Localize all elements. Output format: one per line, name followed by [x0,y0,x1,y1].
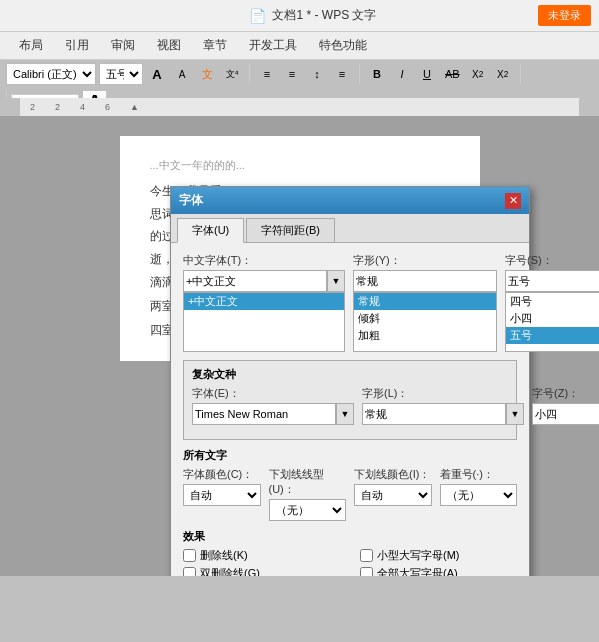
doc-container: ...中文一年的的的... 今生，我是爱 思词，在婉约清丽 的过往，彼此那么 逝… [0,116,599,576]
complex-section-title: 复杂文种 [192,367,508,382]
font-color-select[interactable]: 自动 [183,484,261,506]
size-list[interactable]: 四号 小四 五号 [505,292,599,352]
style-format-group: B I U AB X2 X2 [366,63,514,85]
dialog-tabs: 字体(U) 字符间距(B) [171,214,529,243]
sep1 [249,64,250,84]
chinese-font-list[interactable]: +中文正文 [183,292,345,352]
double-strike-checkbox[interactable] [183,567,196,576]
chinese-font-dropdown[interactable]: ▼ [327,270,345,292]
size-input-row [505,270,599,292]
title-bar: 📄 文档1 * - WPS 文字 未登录 [0,0,599,32]
underline-button[interactable]: U [416,63,438,85]
tab-view[interactable]: 视图 [146,32,192,59]
alltext-title: 所有文字 [183,448,517,463]
ribbon-toolbar: Calibri (正文) 五号 A A 文 文⁴ ≡ ≡ ↕ ≡ B I U A… [0,60,599,98]
chinese-font-input[interactable] [183,270,327,292]
strikethrough-button[interactable]: AB [441,63,464,85]
font-dialog: 字体 ✕ 字体(U) 字符间距(B) 中文字体(T)： ▼ +中文正文 [170,186,530,576]
tab-review[interactable]: 审阅 [100,32,146,59]
dialog-close-button[interactable]: ✕ [505,193,521,209]
ruler-area: 2 2 4 6 ▲ [0,98,599,116]
complex-font-col: 字体(E)： ▼ [192,386,354,425]
effect-strikethrough: 删除线(K) [183,548,340,563]
complex-font-row: 字体(E)： ▼ 字形(L)： ▼ 字号(Z [192,386,508,425]
underline-color-select[interactable]: 自动 [354,484,432,506]
font-family-select[interactable]: Calibri (正文) [6,63,96,85]
style-input-row [353,270,497,292]
tab-special[interactable]: 特色功能 [308,32,378,59]
effect-small-caps: 小型大写字母(M) [360,548,517,563]
complex-size-input[interactable] [532,403,599,425]
complex-font-input-row: ▼ [192,403,354,425]
style-item-regular[interactable]: 常规 [354,293,496,310]
small-caps-checkbox[interactable] [360,549,373,562]
doc-title: 文档1 * - WPS 文字 [272,7,376,24]
indent-left-button[interactable]: ≡ [256,63,278,85]
dialog-tab-font[interactable]: 字体(U) [177,218,244,243]
underline-color-label: 下划线颜色(I)： [354,467,432,482]
complex-size-label: 字号(Z)： [532,386,599,401]
tab-section[interactable]: 章节 [192,32,238,59]
effect-all-caps: 全部大写字母(A) [360,566,517,576]
all-caps-checkbox[interactable] [360,567,373,576]
complex-size-col: 字号(Z)： ▼ [532,386,599,425]
underline-select[interactable]: （无） [269,499,347,521]
alltext-row: 字体颜色(C)： 自动 下划线线型(U)： （无） [183,467,517,521]
effect-double-strike: 双删除线(G) [183,566,340,576]
tab-layout[interactable]: 布局 [8,32,54,59]
underline-label: 下划线线型(U)： [269,467,347,497]
sep3 [520,64,521,84]
complex-font-dropdown[interactable]: ▼ [336,403,354,425]
subscript-button[interactable]: X2 [492,63,514,85]
emphasis-input-row: （无） [440,484,518,506]
tab-reference[interactable]: 引用 [54,32,100,59]
complex-section: 复杂文种 字体(E)： ▼ 字形(L)： ▼ [183,360,517,440]
complex-font-input[interactable] [192,403,336,425]
indent-right-button[interactable]: ≡ [281,63,303,85]
effects-grid: 删除线(K) 小型大写字母(M) 双删除线(G) 全 [183,548,517,576]
effects-section: 效果 删除线(K) 小型大写字母(M) 双删除线(G) [183,529,517,576]
login-button[interactable]: 未登录 [538,5,591,26]
chinese-font-label: 中文字体(T)： [183,253,345,268]
tab-dev[interactable]: 开发工具 [238,32,308,59]
style-item-bold[interactable]: 加粗 [354,327,496,344]
font-shrink-button[interactable]: A [171,63,193,85]
underline-col: 下划线线型(U)： （无） [269,467,347,521]
font-color-col: 字体颜色(C)： 自动 [183,467,261,506]
complex-style-dropdown[interactable]: ▼ [506,403,524,425]
emphasis-select[interactable]: （无） [440,484,518,506]
ruler: 2 2 4 6 ▲ [20,98,579,116]
size-col: 字号(S)： 四号 小四 五号 [505,253,599,352]
sep2 [359,64,360,84]
style-item-italic[interactable]: 倾斜 [354,310,496,327]
strikethrough-checkbox[interactable] [183,549,196,562]
complex-style-input[interactable] [362,403,506,425]
font-grow-button[interactable]: A [146,63,168,85]
main-font-row: 中文字体(T)： ▼ +中文正文 字形(Y)： 常规 [183,253,517,352]
bold-button[interactable]: B [366,63,388,85]
double-strike-label: 双删除线(G) [200,566,260,576]
all-caps-label: 全部大写字母(A) [377,566,458,576]
size-item-4[interactable]: 四号 [506,293,599,310]
align-button[interactable]: ≡ [331,63,353,85]
style-input[interactable] [353,270,497,292]
underline-color-col: 下划线颜色(I)： 自动 [354,467,432,506]
effects-title: 效果 [183,529,517,544]
size-item-s4[interactable]: 小四 [506,310,599,327]
style-list[interactable]: 常规 倾斜 加粗 [353,292,497,352]
size-item-5[interactable]: 五号 [506,327,599,344]
emphasis-label: 着重号(·)： [440,467,518,482]
italic-button[interactable]: I [391,63,413,85]
dialog-tab-spacing[interactable]: 字符间距(B) [246,218,335,242]
superscript-button[interactable]: X2 [467,63,489,85]
size-label: 字号(S)： [505,253,599,268]
line-spacing-button[interactable]: ↕ [306,63,328,85]
chinese-font-item-current[interactable]: +中文正文 [184,293,344,310]
size-input[interactable] [505,270,599,292]
small-caps-label: 小型大写字母(M) [377,548,460,563]
font-size-select[interactable]: 五号 [99,63,143,85]
font-group: Calibri (正文) 五号 A A 文 文⁴ [6,63,243,85]
pinyin-button[interactable]: 文⁴ [221,63,243,85]
alltext-section: 所有文字 字体颜色(C)： 自动 下划线线型(U)： [183,448,517,521]
highlight-button[interactable]: 文 [196,63,218,85]
